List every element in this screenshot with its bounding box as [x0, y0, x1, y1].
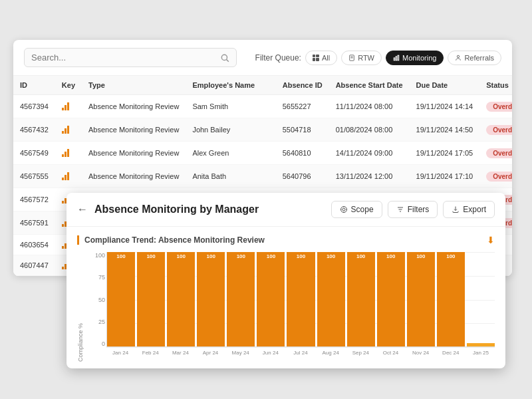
svg-rect-7 [398, 55, 399, 61]
search-box[interactable] [24, 48, 237, 67]
bars-area: 100100100100100100100100100100100100 [106, 252, 495, 347]
chart-title-row: Compliance Trend: Absence Monitoring Rev… [77, 235, 495, 245]
chart-panel: ← Absence Monitoring by Manager Scope Fi… [66, 193, 505, 368]
col-start-date: Absence Start Date [329, 76, 410, 95]
bar-wrapper: 100 [347, 252, 375, 346]
col-type: Type [82, 76, 186, 95]
table-header-row: ID Key Type Employee's Name Absence ID A… [13, 76, 512, 95]
x-label: Jul 24 [287, 347, 315, 362]
status-badge: Overdue [486, 125, 512, 135]
bar-value-label: 100 [356, 253, 365, 259]
col-name: Employee's Name [186, 76, 275, 95]
svg-point-8 [458, 55, 460, 57]
grid-icon [313, 55, 319, 61]
bar-value-label: 100 [146, 253, 155, 259]
x-label: Jun 24 [257, 347, 285, 362]
x-label: Mar 24 [166, 347, 194, 362]
cell-key [55, 142, 82, 165]
filter-referrals-btn[interactable]: Referrals [448, 51, 501, 65]
svg-rect-5 [394, 58, 395, 61]
bar-fill: 100 [257, 252, 285, 346]
bar-fill: 100 [107, 252, 135, 346]
search-icon [220, 53, 229, 63]
cell-due-date: 19/11/2024 14:14 [410, 95, 480, 118]
y-ticks: 1007550250 [86, 252, 105, 347]
bar-value-label: 100 [116, 253, 125, 259]
bar-wrapper: 100 [257, 252, 285, 346]
bar-value-label: 100 [297, 253, 305, 259]
doc-icon [348, 55, 355, 61]
filter-rtw-btn[interactable]: RTW [341, 51, 382, 65]
svg-point-9 [340, 207, 346, 213]
bar-value-label: 100 [386, 253, 395, 259]
bar-value-label: 100 [327, 253, 335, 259]
x-label: Feb 24 [136, 347, 164, 362]
cell-id: 4567572 [13, 188, 55, 211]
x-label: Nov 24 [407, 347, 435, 362]
bar-fill: 100 [227, 252, 255, 346]
bar-wrapper: 100 [227, 252, 255, 346]
cell-status: Overdue [479, 95, 512, 118]
cell-due-date: 19/11/2024 14:50 [410, 118, 480, 142]
back-button[interactable]: ← [77, 203, 88, 215]
chart-inner: 1007550250 10010010010010010010010010010… [86, 252, 495, 362]
bar-fill: 100 [317, 252, 345, 346]
bar-wrapper: 100 [377, 252, 405, 346]
cell-due-date: 19/11/2024 17:10 [410, 165, 480, 188]
chart-panel-header: ← Absence Monitoring by Manager Scope Fi… [66, 193, 505, 227]
download-icon[interactable]: ⬇ [487, 235, 495, 245]
bar-value-label: 100 [207, 253, 215, 259]
bar-wrapper: 100 [407, 252, 435, 346]
bar-wrapper: 100 [437, 252, 465, 346]
y-tick: 100 [86, 252, 105, 259]
bar-fill: 100 [167, 252, 195, 346]
col-absence-id: Absence ID [276, 76, 329, 95]
status-badge: Overdue [486, 102, 512, 112]
cell-name: John Bailey [186, 118, 275, 142]
cell-id: 4567555 [13, 165, 55, 188]
y-tick: 75 [86, 274, 105, 281]
status-badge: Overdue [486, 172, 512, 182]
cell-key [55, 165, 82, 188]
cell-key [55, 95, 82, 118]
chart-panel-title: Absence Monitoring by Manager [94, 203, 259, 215]
bar-wrapper: 100 [287, 252, 315, 346]
cell-id: 4607447 [13, 255, 55, 276]
export-icon [452, 205, 460, 213]
table-row: 4567432 Absence Monitoring Review John B… [13, 118, 512, 142]
filter-icon [396, 205, 404, 213]
export-button[interactable]: Export [443, 201, 495, 218]
filter-all-btn[interactable]: All [305, 51, 337, 65]
bar-value-label: 100 [446, 253, 455, 259]
svg-rect-6 [396, 56, 397, 60]
bar-fill [467, 343, 495, 346]
cell-status: Overdue [479, 165, 512, 188]
svg-point-10 [342, 208, 345, 211]
filter-monitoring-btn[interactable]: Monitoring [386, 51, 444, 65]
cell-type: Absence Monitoring Review [82, 95, 186, 118]
scope-button[interactable]: Scope [331, 201, 382, 218]
col-status: Status [479, 76, 512, 95]
filters-button[interactable]: Filters [388, 201, 438, 218]
cell-type: Absence Monitoring Review [82, 165, 186, 188]
cell-status: Overdue [479, 142, 512, 165]
cell-name: Anita Bath [186, 165, 275, 188]
bar-wrapper: 100 [197, 252, 225, 346]
cell-status: Overdue [479, 118, 512, 142]
x-label: Sep 24 [346, 347, 374, 362]
y-tick: 50 [86, 297, 105, 303]
x-label: Oct 24 [376, 347, 404, 362]
cell-id: 4567432 [13, 118, 55, 142]
table-row: 4567549 Absence Monitoring Review Alex G… [13, 142, 512, 165]
y-tick: 25 [86, 319, 105, 325]
col-due-date: Due Date [410, 76, 480, 95]
cell-type: Absence Monitoring Review [82, 118, 186, 142]
cell-id: 4567394 [13, 95, 55, 118]
bar-value-label: 100 [267, 253, 275, 259]
search-input[interactable] [31, 53, 216, 63]
chart-title: Compliance Trend: Absence Monitoring Rev… [77, 235, 265, 245]
x-label: May 24 [227, 347, 255, 362]
filter-queue-label: Filter Queue: [255, 53, 301, 63]
x-label: Apr 24 [196, 347, 224, 362]
bar-fill: 100 [347, 252, 375, 346]
